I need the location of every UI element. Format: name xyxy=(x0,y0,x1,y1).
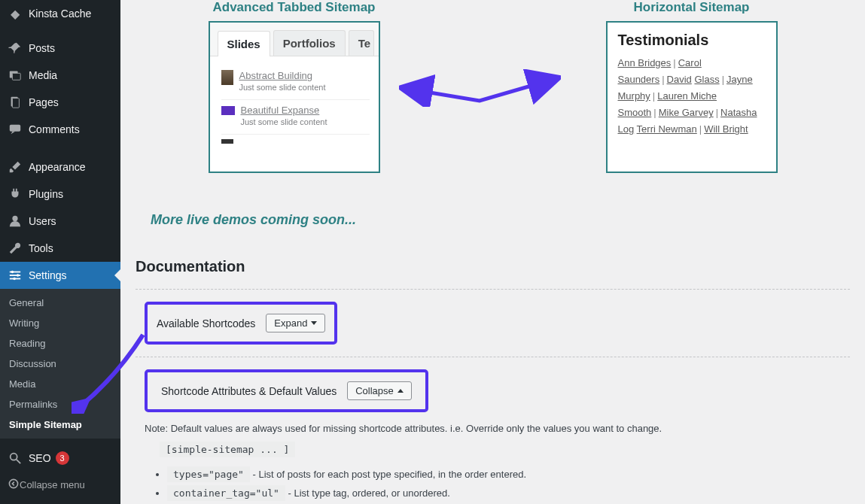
collapse-icon xyxy=(8,478,20,492)
code-snippet: types="page" xyxy=(167,466,250,482)
svg-point-11 xyxy=(13,278,16,281)
admin-sidebar: ◆ Kinsta Cache Posts Media Pages Comment… xyxy=(0,0,120,504)
horizontal-card-heading: Testimonials xyxy=(618,32,766,49)
slide-thumbnail xyxy=(221,106,235,115)
submenu-media[interactable]: Media xyxy=(0,374,120,394)
testimonial-link[interactable]: Will Bright xyxy=(704,123,748,135)
tab-portfolios[interactable]: Portfolios xyxy=(273,30,346,56)
menu-comments[interactable]: Comments xyxy=(0,116,120,143)
code-snippet: [simple-sitemap ... ] xyxy=(160,442,295,457)
settings-page-content: Advanced Tabbed Sitemap Slides Portfolio… xyxy=(120,0,865,504)
slide-link[interactable]: Beautiful Expanse xyxy=(241,105,327,116)
chevron-up-icon xyxy=(397,389,404,393)
testimonial-link[interactable]: Lauren Miche xyxy=(657,90,717,102)
coming-soon-text: More live demos coming soon... xyxy=(151,212,850,228)
svg-rect-4 xyxy=(10,125,20,132)
kinsta-icon: ◆ xyxy=(8,6,23,21)
submenu-general[interactable]: General xyxy=(0,293,120,313)
separator: | xyxy=(651,107,658,118)
svg-point-14 xyxy=(9,479,17,487)
svg-point-10 xyxy=(17,274,20,277)
chevron-down-icon xyxy=(311,321,317,325)
submenu-reading[interactable]: Reading xyxy=(0,333,120,354)
svg-rect-1 xyxy=(12,73,20,80)
attribute-description: - List type tag, ordered, or unordered. xyxy=(288,487,450,499)
testimonial-link[interactable]: Terri Newman xyxy=(637,123,697,135)
menu-label: Pages xyxy=(29,96,59,108)
wrench-icon xyxy=(8,241,23,256)
seo-icon xyxy=(8,451,23,466)
menu-label: Comments xyxy=(29,123,80,135)
submenu-simple-sitemap[interactable]: Simple Sitemap xyxy=(0,414,120,435)
svg-point-12 xyxy=(11,454,17,460)
expand-button[interactable]: Expand xyxy=(266,314,325,332)
separator: | xyxy=(714,107,720,118)
separator: | xyxy=(671,57,678,68)
testimonial-link[interactable]: David xyxy=(667,74,692,85)
testimonial-link[interactable]: Mike Garvey xyxy=(659,107,714,118)
preview-advanced-tabbed: Advanced Tabbed Sitemap Slides Portfolio… xyxy=(209,0,380,173)
menu-media[interactable]: Media xyxy=(0,62,120,89)
menu-users[interactable]: Users xyxy=(0,208,120,235)
submenu-permalinks[interactable]: Permalinks xyxy=(0,394,120,414)
menu-posts[interactable]: Posts xyxy=(0,35,120,62)
attribute-description: - List of posts for each post type speci… xyxy=(253,469,526,480)
preview-tabbed-card[interactable]: Slides Portfolios Te Abstract Building J… xyxy=(209,21,380,173)
svg-point-5 xyxy=(12,216,17,221)
collapse-label: Collapse menu xyxy=(20,479,85,490)
menu-settings[interactable]: Settings xyxy=(0,262,120,289)
collapse-menu[interactable]: Collapse menu xyxy=(0,472,120,498)
attribute-list: types="page" - List of posts for each po… xyxy=(167,466,841,501)
menu-label: Media xyxy=(29,69,57,81)
user-icon xyxy=(8,214,23,229)
slide-item: Beautiful Expanse Just some slide conten… xyxy=(221,99,370,134)
submenu-writing[interactable]: Writing xyxy=(0,313,120,333)
plug-icon xyxy=(8,187,23,202)
testimonial-link[interactable]: Ann Bridges xyxy=(618,57,672,68)
slide-thumbnail xyxy=(221,70,233,85)
slide-thumbnail xyxy=(221,139,233,144)
tab-slides[interactable]: Slides xyxy=(218,31,270,56)
preview-horizontal: Horizontal Sitemap Testimonials Ann Brid… xyxy=(606,0,778,173)
pin-icon xyxy=(8,41,23,56)
svg-point-9 xyxy=(11,271,14,274)
media-icon xyxy=(8,68,23,83)
slide-link[interactable]: Abstract Building xyxy=(239,70,326,81)
separator: | xyxy=(659,74,666,85)
preview-horizontal-card[interactable]: Testimonials Ann Bridges|Carol Saunders|… xyxy=(606,21,778,173)
testimonial-link[interactable]: Glass xyxy=(694,74,719,85)
button-label: Expand xyxy=(274,317,307,329)
notification-badge: 3 xyxy=(56,451,69,465)
menu-label: Appearance xyxy=(29,161,86,173)
demo-preview-row: Advanced Tabbed Sitemap Slides Portfolio… xyxy=(136,0,850,173)
svg-rect-3 xyxy=(12,99,19,108)
menu-tools[interactable]: Tools xyxy=(0,235,120,262)
separator: | xyxy=(697,123,704,135)
menu-label: Kinsta Cache xyxy=(29,8,91,20)
doc-row-title: Available Shortcodes xyxy=(157,317,255,329)
slide-item-partial xyxy=(221,134,370,147)
attribute-item: types="page" - List of posts for each po… xyxy=(167,466,841,482)
preview-title: Horizontal Sitemap xyxy=(634,0,750,15)
collapse-button[interactable]: Collapse xyxy=(347,381,412,400)
menu-label: SEO xyxy=(29,452,51,464)
doc-section-shortcode-attrs: Shortcode Attributes & Default Values Co… xyxy=(136,357,850,504)
separator: | xyxy=(650,90,657,102)
settings-submenu: General Writing Reading Discussion Media… xyxy=(0,289,120,439)
sliders-icon xyxy=(8,268,23,283)
menu-seo[interactable]: SEO 3 xyxy=(0,445,120,472)
submenu-discussion[interactable]: Discussion xyxy=(0,354,120,374)
tab-testimonials-partial[interactable]: Te xyxy=(349,30,374,56)
menu-kinsta-cache[interactable]: ◆ Kinsta Cache xyxy=(0,0,120,27)
testimonial-link[interactable]: Smooth xyxy=(618,107,652,118)
separator: | xyxy=(720,74,726,85)
menu-label: Plugins xyxy=(29,188,63,200)
menu-label: Posts xyxy=(29,42,55,54)
slide-description: Just some slide content xyxy=(241,117,327,126)
preview-title: Advanced Tabbed Sitemap xyxy=(212,0,375,15)
menu-label: Users xyxy=(29,215,56,227)
menu-appearance[interactable]: Appearance xyxy=(0,153,120,181)
menu-plugins[interactable]: Plugins xyxy=(0,181,120,208)
attribute-item: container_tag="ul" - List type tag, orde… xyxy=(167,485,841,501)
menu-pages[interactable]: Pages xyxy=(0,89,120,116)
